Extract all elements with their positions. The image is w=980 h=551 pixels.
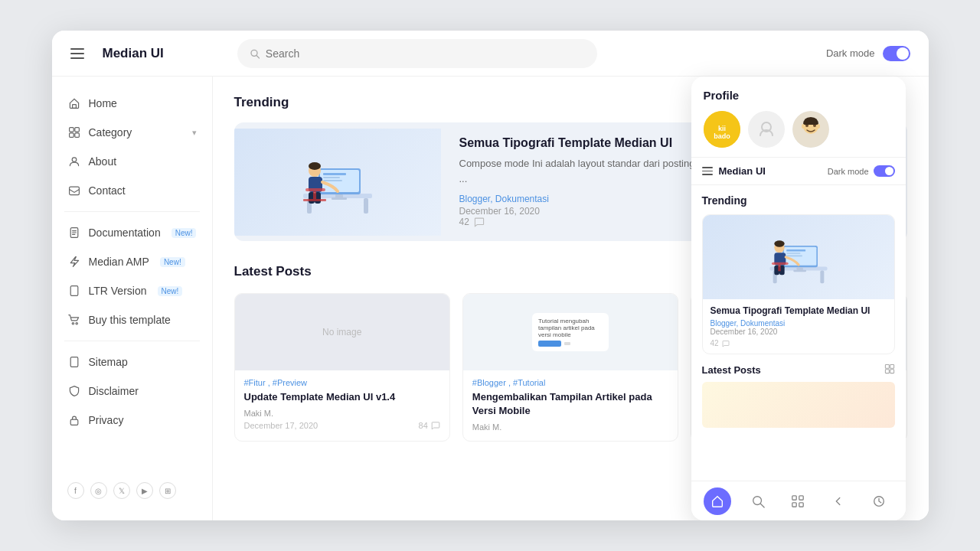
rp-nav-apps[interactable]	[784, 487, 812, 515]
inbox-icon	[67, 184, 81, 197]
rp-trending-card-meta: Blogger, Dokumentasi December 16, 2020	[710, 319, 887, 336]
rp-mini-logo: Median UI	[719, 165, 766, 177]
documentation-badge: New!	[172, 228, 197, 238]
svg-rect-74	[890, 370, 893, 373]
home-icon	[67, 96, 81, 110]
facebook-icon[interactable]: f	[67, 482, 84, 499]
svg-rect-61	[786, 249, 805, 252]
svg-point-15	[76, 323, 77, 324]
trending-comment-count: 42	[459, 217, 469, 227]
svg-rect-71	[885, 364, 889, 368]
rp-profile-title: Profile	[704, 89, 893, 102]
ltr-badge: New!	[158, 286, 183, 296]
svg-rect-35	[303, 199, 326, 201]
svg-rect-78	[799, 495, 803, 499]
latest-posts-title: Latest Posts	[234, 264, 312, 279]
post-card-1-count: 84	[419, 421, 428, 430]
svg-rect-62	[786, 253, 800, 254]
sidebar-ltr-label: LTR Version	[89, 285, 147, 297]
sidebar-item-contact[interactable]: Contact	[52, 176, 212, 205]
rp-trending-card[interactable]: Semua Tipografi Template Median UI Blogg…	[702, 214, 895, 354]
sidebar-item-documentation[interactable]: Documentation New!	[52, 218, 212, 247]
avatar-character[interactable]	[792, 111, 829, 148]
site-logo: Median UI	[103, 46, 225, 61]
youtube-icon[interactable]: ▶	[136, 482, 153, 499]
comment-icon	[474, 217, 485, 227]
rp-nav-home[interactable]	[704, 487, 731, 515]
rp-hamburger-icon[interactable]	[702, 167, 713, 175]
post-card-1-author: Maki M.	[244, 409, 440, 418]
svg-point-52	[802, 124, 805, 129]
hamburger-menu[interactable]	[70, 48, 84, 59]
instagram-icon[interactable]: ◎	[90, 482, 107, 499]
rp-nav-back[interactable]	[825, 487, 852, 515]
post-card-2-body: #Blogger , #Tutorial Mengembalikan Tampi…	[463, 370, 678, 441]
svg-line-1	[256, 55, 259, 57]
rp-trending-card-footer: 42	[710, 339, 887, 347]
search-input[interactable]	[266, 47, 585, 60]
svg-text:bado: bado	[714, 132, 730, 140]
sidebar-item-home[interactable]: Home	[52, 89, 212, 118]
rp-nav-history[interactable]	[865, 487, 893, 515]
rp-trending-date: December 16, 2020	[710, 328, 887, 336]
logo-text: Median UI	[103, 46, 164, 61]
svg-rect-8	[69, 187, 79, 194]
rp-dark-mode-toggle[interactable]	[874, 165, 895, 177]
dark-mode-label: Dark mode	[826, 47, 875, 59]
sidebar-item-ltr-version[interactable]: LTR Version New!	[52, 276, 212, 305]
rp-list-icon[interactable]	[884, 364, 895, 376]
svg-rect-60	[793, 270, 806, 272]
post-card-2[interactable]: Tutorial mengubah tampilan artikel pada …	[462, 293, 678, 442]
rp-nav-search[interactable]	[744, 487, 772, 515]
svg-point-0	[250, 50, 256, 56]
median-amp-badge: New!	[160, 257, 185, 267]
post-card-1[interactable]: No image #Fitur , #Preview Update Templa…	[234, 293, 450, 442]
sidebar-sitemap-label: Sitemap	[89, 356, 128, 368]
post-card-1-body: #Fitur , #Preview Update Template Median…	[235, 370, 449, 439]
sidebar-item-privacy[interactable]: Privacy	[52, 406, 212, 435]
svg-rect-56	[820, 271, 824, 284]
svg-rect-20	[364, 198, 368, 214]
svg-point-29	[309, 162, 321, 170]
svg-rect-6	[74, 133, 79, 138]
header: Median UI Dark mode	[52, 31, 929, 77]
sidebar-item-about[interactable]: About	[52, 147, 212, 176]
rp-latest-header: Latest Posts	[702, 364, 895, 376]
dark-mode-toggle[interactable]	[883, 46, 910, 61]
svg-rect-33	[305, 188, 325, 191]
rp-profile-header: Profile kii bado	[691, 77, 906, 158]
svg-line-76	[760, 504, 764, 507]
svg-rect-3	[69, 128, 74, 132]
post-card-2-image: Tutorial mengubah tampilan artikel pada …	[463, 294, 678, 370]
search-icon	[250, 48, 260, 59]
search-bar[interactable]	[237, 39, 597, 68]
sidebar-contact-label: Contact	[89, 184, 126, 197]
svg-rect-79	[792, 502, 796, 506]
sidebar-item-disclaimer[interactable]: Disclaimer	[52, 377, 212, 406]
post-card-2-title: Mengembalikan Tampilan Artikel pada Vers…	[472, 390, 668, 418]
rss-icon[interactable]: ⊞	[159, 482, 176, 499]
post-card-2-tags: #Blogger , #Tutorial	[472, 378, 668, 387]
svg-point-53	[817, 124, 820, 129]
sidebar-documentation-label: Documentation	[89, 227, 161, 239]
svg-point-75	[753, 496, 761, 504]
sidebar-item-median-amp[interactable]: Median AMP New!	[52, 247, 212, 276]
sidebar-category-label: Category	[89, 126, 132, 139]
avatar-kiibado[interactable]: kii bado	[704, 111, 740, 148]
post-card-1-tags: #Fitur , #Preview	[244, 378, 440, 387]
svg-point-7	[72, 158, 77, 162]
header-right: Dark mode	[826, 46, 910, 61]
sidebar-item-buy-template[interactable]: Buy this template	[52, 305, 212, 334]
twitter-icon[interactable]: 𝕏	[113, 482, 130, 499]
sidebar-home-label: Home	[89, 97, 117, 109]
svg-rect-25	[323, 173, 346, 175]
rp-person-illustration	[760, 219, 837, 295]
chevron-down-icon: ▾	[192, 128, 197, 138]
sidebar-item-sitemap[interactable]: Sitemap	[52, 347, 212, 377]
rp-dark-mode-label: Dark mode	[828, 167, 869, 176]
category-icon	[67, 126, 81, 139]
avatar-ghost[interactable]	[748, 111, 785, 148]
sidebar-item-category[interactable]: Category ▾	[52, 118, 212, 147]
svg-rect-77	[792, 495, 796, 499]
rp-comment-icon	[722, 340, 730, 347]
